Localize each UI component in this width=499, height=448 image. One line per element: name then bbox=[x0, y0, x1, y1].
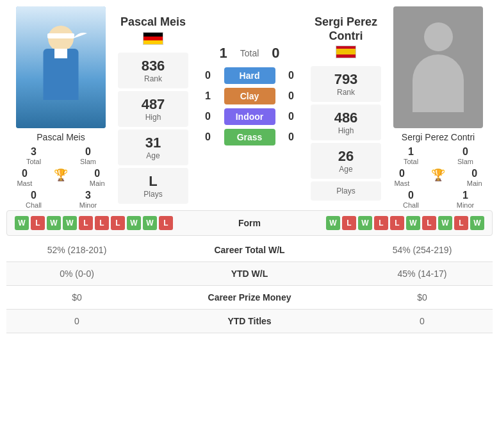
grass-score-p2: 0 bbox=[285, 131, 298, 143]
form-badge: W bbox=[143, 216, 157, 230]
indoor-score-p1: 0 bbox=[202, 111, 215, 122]
total-score-p1: 1 bbox=[219, 45, 227, 62]
surface-row-hard: 0 Hard 0 bbox=[191, 67, 308, 84]
total-label: Total bbox=[240, 48, 259, 58]
player2-age-label: Age bbox=[316, 165, 376, 174]
stat-label: Career Prize Money bbox=[147, 286, 352, 310]
figure-head bbox=[48, 26, 74, 51]
player2-flag bbox=[311, 43, 381, 61]
form-badge: L bbox=[390, 216, 404, 230]
player2-silhouette bbox=[393, 6, 483, 128]
clay-score-p1: 1 bbox=[202, 90, 215, 102]
player1-flag bbox=[118, 29, 188, 47]
form-badge: W bbox=[15, 216, 29, 230]
form-badge: W bbox=[63, 216, 77, 230]
surface-row-clay: 1 Clay 0 bbox=[191, 88, 308, 104]
player1-main: 0 Main bbox=[83, 168, 111, 187]
player1-rank-label: Rank bbox=[123, 74, 183, 83]
form-badge: W bbox=[127, 216, 141, 230]
player1-mast: 0 Mast bbox=[10, 168, 39, 187]
player2-stats: 1 Total 0 Slam 0 Mast 🏆 bbox=[384, 145, 493, 210]
form-section: WLWWLLLWWL Form WLWLLWLWLW bbox=[6, 210, 493, 236]
player2-rank-box: 793 Rank bbox=[311, 66, 381, 102]
player1-stats: 3 Total 0 Slam 0 Mast 🏆 bbox=[6, 145, 115, 210]
player1-total: 3 Total bbox=[19, 146, 48, 165]
player1-slam: 0 Slam bbox=[74, 146, 102, 165]
player2-trophy: 🏆 bbox=[423, 168, 452, 187]
stat-p1: 52% (218-201) bbox=[6, 238, 147, 262]
player2-section: Sergi Perez Contri 1 Total 0 Slam 0 Mas bbox=[384, 6, 493, 210]
player1-figure bbox=[29, 26, 93, 128]
player1-minor: 3 Minor bbox=[74, 190, 102, 209]
figure-collar bbox=[54, 49, 67, 58]
surface-hard-badge: Hard bbox=[224, 67, 275, 84]
p2-stats-row-1: 1 Total 0 Slam bbox=[384, 146, 493, 165]
player1-high-value: 487 bbox=[123, 96, 183, 113]
form-badge: L bbox=[79, 216, 93, 230]
surface-clay-badge: Clay bbox=[224, 88, 275, 104]
main-container: Pascal Meis 3 Total 0 Slam 0 Mast bbox=[0, 0, 499, 340]
clay-score-p2: 0 bbox=[285, 90, 298, 102]
form-badge: L bbox=[159, 216, 173, 230]
form-badge: L bbox=[374, 216, 388, 230]
form-badge: L bbox=[111, 216, 125, 230]
player1-high-box: 487 High bbox=[118, 91, 188, 127]
player2-photo bbox=[393, 6, 483, 128]
stats-row-3: 0 Chall 3 Minor bbox=[6, 190, 115, 209]
player2-chall: 0 Chall bbox=[397, 190, 425, 209]
grass-score-p1: 0 bbox=[202, 131, 215, 143]
form-badge: L bbox=[95, 216, 109, 230]
p2-trophy-icon: 🏆 bbox=[431, 168, 445, 182]
player-comparison-section: Pascal Meis 3 Total 0 Slam 0 Mast bbox=[6, 6, 493, 210]
form-badge: L bbox=[342, 216, 356, 230]
player2-total: 1 Total bbox=[397, 146, 425, 165]
center-column: 1 Total 0 0 Hard 0 1 Clay 0 0 Indoor 0 0 bbox=[191, 6, 308, 210]
figure-headband bbox=[47, 33, 74, 38]
stat-p1: $0 bbox=[6, 286, 147, 310]
p2-stats-row-2: 0 Mast 🏆 0 Main bbox=[384, 168, 493, 187]
player2-name-label: Sergi Perez Contri bbox=[402, 132, 475, 142]
form-badge: W bbox=[358, 216, 372, 230]
player1-plays-box: L Plays bbox=[118, 168, 188, 204]
sil-head bbox=[424, 22, 453, 51]
player2-high-value: 486 bbox=[316, 110, 376, 126]
player2-rank-label: Rank bbox=[316, 88, 376, 97]
stat-label: Career Total W/L bbox=[147, 238, 352, 262]
surface-row-indoor: 0 Indoor 0 bbox=[191, 108, 308, 125]
player1-plays-value: L bbox=[123, 173, 183, 190]
comparison-row: 0% (0-0)YTD W/L45% (14-17) bbox=[6, 262, 493, 286]
player1-section: Pascal Meis 3 Total 0 Slam 0 Mast bbox=[6, 6, 115, 210]
player1-chall: 0 Chall bbox=[19, 190, 48, 209]
player1-plays-label: Plays bbox=[123, 190, 183, 199]
form-badge: L bbox=[422, 216, 436, 230]
surface-grass-badge: Grass bbox=[224, 129, 275, 145]
player2-main: 0 Main bbox=[460, 168, 489, 187]
player2-high-label: High bbox=[316, 126, 376, 135]
p2-stats-row-3: 0 Chall 1 Minor bbox=[384, 190, 493, 209]
form-badge: W bbox=[470, 216, 484, 230]
player1-rank-box: 836 Rank bbox=[118, 53, 188, 88]
surface-indoor-badge: Indoor bbox=[224, 108, 275, 125]
player1-trophy: 🏆 bbox=[46, 168, 75, 187]
comparison-row: 0YTD Titles0 bbox=[6, 310, 493, 333]
stat-p2: $0 bbox=[352, 286, 493, 310]
stats-row-1: 3 Total 0 Slam bbox=[6, 146, 115, 165]
comparison-row: 52% (218-201)Career Total W/L54% (254-21… bbox=[6, 238, 493, 262]
form-badge: L bbox=[454, 216, 468, 230]
form-badge: L bbox=[31, 216, 45, 230]
comparison-table: 52% (218-201)Career Total W/L54% (254-21… bbox=[6, 238, 493, 333]
player2-minor: 1 Minor bbox=[451, 190, 480, 209]
player1-age-value: 31 bbox=[123, 135, 183, 151]
indoor-score-p2: 0 bbox=[285, 111, 298, 122]
hard-score-p1: 0 bbox=[202, 70, 215, 81]
hard-score-p2: 0 bbox=[285, 70, 298, 81]
player2-form-badges: WLWLLWLWLW bbox=[326, 216, 484, 230]
total-score-p2: 0 bbox=[272, 45, 279, 62]
player2-rank-value: 793 bbox=[316, 71, 376, 88]
surface-row-grass: 0 Grass 0 bbox=[191, 129, 308, 145]
form-badge: W bbox=[47, 216, 61, 230]
stat-p2: 54% (254-219) bbox=[352, 238, 493, 262]
stat-label: YTD W/L bbox=[147, 262, 352, 286]
form-label: Form bbox=[224, 218, 275, 228]
player1-age-label: Age bbox=[123, 151, 183, 160]
